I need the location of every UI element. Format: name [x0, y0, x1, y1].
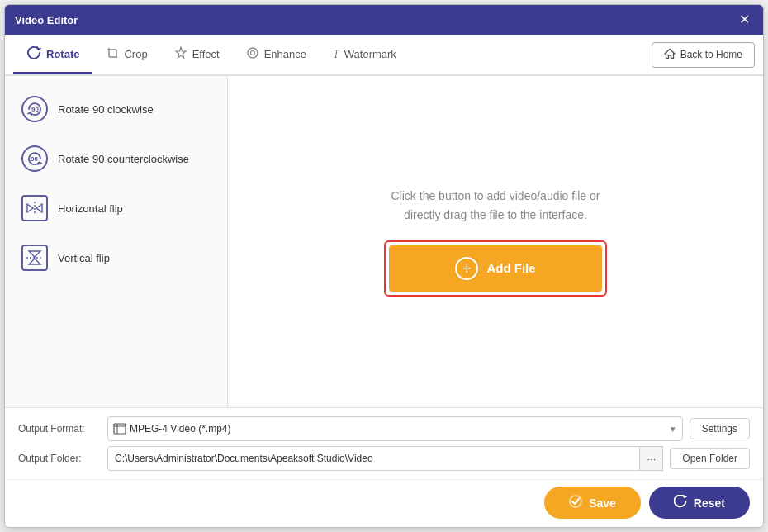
add-file-wrapper: + Add File	[384, 240, 606, 297]
output-format-row: Output Format: MPEG-4 Video (*.mp4) ▼ Se…	[18, 416, 750, 441]
svg-rect-0	[109, 50, 116, 57]
tabbar: Rotate Crop Effect	[5, 35, 763, 76]
flip-v-label: Vertical flip	[58, 252, 110, 264]
svg-marker-15	[29, 259, 40, 264]
svg-point-7	[250, 50, 254, 55]
sidebar-item-rotate-ccw[interactable]: 90 Rotate 90 counterclockwise	[5, 134, 227, 183]
svg-text:90: 90	[31, 106, 39, 113]
folder-dots-button[interactable]: ···	[640, 446, 663, 471]
tab-watermark-label: Watermark	[344, 48, 396, 60]
window-title: Video Editor	[15, 14, 78, 26]
action-buttons: Save Reset	[5, 479, 763, 527]
svg-marker-11	[27, 204, 33, 212]
output-folder-row: Output Folder: ··· Open Folder	[18, 446, 750, 471]
rotate-tab-icon	[26, 45, 41, 64]
settings-button[interactable]: Settings	[690, 418, 750, 439]
svg-point-6	[248, 48, 258, 58]
titlebar: Video Editor ✕	[5, 5, 763, 35]
svg-text:90: 90	[31, 155, 38, 163]
back-to-home-label: Back to Home	[680, 49, 742, 60]
tab-effect-label: Effect	[192, 48, 220, 60]
rotate-ccw-label: Rotate 90 counterclockwise	[58, 153, 189, 165]
sidebar-item-flip-v[interactable]: Vertical flip	[5, 233, 227, 283]
svg-marker-5	[176, 47, 186, 58]
tab-enhance[interactable]: Enhance	[233, 38, 320, 74]
content-area: Click the button to add video/audio file…	[228, 76, 763, 407]
chevron-down-icon: ▼	[669, 425, 677, 434]
format-icon	[113, 423, 126, 435]
tab-effect[interactable]: Effect	[161, 38, 233, 74]
flip-v-icon	[21, 245, 48, 271]
tab-rotate[interactable]: Rotate	[13, 37, 92, 74]
folder-path-input[interactable]	[107, 446, 640, 471]
sidebar-item-flip-h[interactable]: Horizontal flip	[5, 183, 227, 233]
open-folder-button[interactable]: Open Folder	[670, 448, 750, 469]
output-format-label: Output Format:	[18, 423, 101, 435]
flip-h-label: Horizontal flip	[58, 202, 123, 215]
enhance-tab-icon	[246, 46, 259, 63]
add-file-button[interactable]: + Add File	[389, 245, 601, 292]
svg-marker-14	[29, 251, 40, 257]
add-file-label: Add File	[486, 261, 535, 275]
effect-tab-icon	[174, 46, 187, 63]
reset-icon	[674, 495, 687, 511]
output-folder-label: Output Folder:	[18, 453, 101, 464]
rotate-cw-icon: 90	[21, 96, 48, 122]
svg-marker-12	[36, 204, 42, 212]
sidebar: 90 Rotate 90 clockwise 90 Rotate 90 coun…	[5, 76, 228, 407]
rotate-ccw-icon: 90	[21, 145, 48, 172]
home-icon	[664, 48, 676, 62]
drop-hint: Click the button to add video/audio file…	[391, 187, 600, 224]
video-editor-window: Video Editor ✕ Rotate	[4, 4, 764, 528]
reset-label: Reset	[694, 496, 725, 510]
tab-crop-label: Crop	[124, 48, 147, 60]
watermark-tab-icon: T	[333, 48, 339, 61]
tab-rotate-label: Rotate	[46, 48, 79, 60]
save-icon	[569, 495, 582, 511]
back-to-home-button[interactable]: Back to Home	[652, 42, 755, 68]
tab-crop[interactable]: Crop	[92, 38, 160, 74]
tab-enhance-label: Enhance	[264, 48, 306, 60]
rotate-cw-label: Rotate 90 clockwise	[58, 103, 154, 116]
main-area: 90 Rotate 90 clockwise 90 Rotate 90 coun…	[5, 76, 763, 407]
tab-watermark[interactable]: T Watermark	[320, 40, 410, 72]
save-button[interactable]: Save	[544, 487, 641, 519]
flip-h-icon	[21, 195, 48, 221]
crop-tab-icon	[106, 46, 119, 63]
format-value-text: MPEG-4 Video (*.mp4)	[130, 423, 666, 435]
save-label: Save	[589, 496, 616, 510]
close-button[interactable]: ✕	[736, 12, 753, 28]
add-file-circle-icon: +	[455, 257, 478, 280]
folder-input-wrapper: ···	[107, 446, 663, 471]
bottombar: Output Format: MPEG-4 Video (*.mp4) ▼ Se…	[5, 407, 763, 479]
sidebar-item-rotate-cw[interactable]: 90 Rotate 90 clockwise	[5, 84, 227, 134]
format-select-display[interactable]: MPEG-4 Video (*.mp4) ▼	[107, 416, 683, 441]
reset-button[interactable]: Reset	[649, 487, 750, 519]
svg-rect-16	[114, 424, 126, 434]
